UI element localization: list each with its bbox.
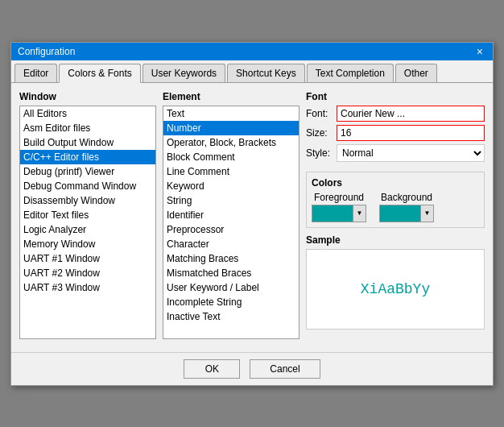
foreground-arrow-icon: ▼ [353,205,366,222]
window-column: Window All EditorsAsm Editor filesBuild … [19,91,156,339]
element-list-item[interactable]: Text [163,106,299,121]
element-list-item[interactable]: Keyword [163,179,299,193]
tab-user-keywords[interactable]: User Keywords [143,64,225,82]
element-column: Element TextNumberOperator, Block, Brack… [163,91,300,339]
sample-label: Sample [306,234,485,246]
element-list-item[interactable]: Mismatched Braces [163,266,299,280]
element-list-item[interactable]: String [163,193,299,208]
tab-shortcut-keys[interactable]: Shortcut Keys [227,64,305,82]
window-list-item[interactable]: Debug (printf) Viewer [20,164,155,179]
foreground-label: Foreground [314,192,364,203]
colors-label: Colors [312,177,479,189]
tab-other[interactable]: Other [395,64,437,82]
font-style-row: Style: NormalBoldItalicBold Italic [306,144,485,162]
font-name-input[interactable] [337,106,485,122]
tab-text-completion[interactable]: Text Completion [307,64,394,82]
title-bar: Configuration × [11,43,493,60]
background-col: Background ▼ [379,192,434,222]
font-size-label: Size: [306,127,337,139]
window-list-item[interactable]: Disassembly Window [20,193,155,208]
sample-section-wrapper: Sample XiAaBbYy [306,234,485,330]
font-name-row: Font: [306,106,485,122]
element-list-item[interactable]: Preprocessor [163,222,299,237]
element-label: Element [163,91,300,102]
main-content: Window All EditorsAsm Editor filesBuild … [11,83,493,347]
sample-text: XiAaBbYy [361,281,430,297]
element-list-item[interactable]: Inactive Text [163,309,299,324]
font-column: Font Font: Size: Style: NormalBoldItalic… [306,91,485,339]
font-size-row: Size: [306,125,485,141]
element-list-item[interactable]: Line Comment [163,164,299,179]
window-list-item[interactable]: Editor Text files [20,208,155,222]
font-section-label: Font [306,91,485,102]
window-label: Window [19,91,156,102]
foreground-color-button[interactable]: ▼ [312,205,366,222]
element-listbox[interactable]: TextNumberOperator, Block, BracketsBlock… [163,106,300,339]
window-list-item[interactable]: UART #3 Window [20,280,155,295]
window-list-item[interactable]: Debug Command Window [20,179,155,193]
font-size-input[interactable] [337,125,485,141]
bottom-bar: OK Cancel [11,352,493,385]
ok-button[interactable]: OK [184,359,240,379]
foreground-col: Foreground ▼ [312,192,366,222]
element-list-item[interactable]: Incomplete String [163,295,299,309]
window-list-item[interactable]: UART #2 Window [20,266,155,280]
background-label: Background [381,192,432,203]
element-list-item[interactable]: Matching Braces [163,251,299,266]
font-style-label: Style: [306,147,337,159]
background-color-button[interactable]: ▼ [379,205,434,222]
window-list-item[interactable]: All Editors [20,106,155,121]
background-swatch [380,205,420,222]
element-list-item[interactable]: User Keyword / Label [163,280,299,295]
tab-colors-fonts[interactable]: Colors & Fonts [59,64,140,83]
window-list-item[interactable]: Memory Window [20,237,155,251]
window-list-item[interactable]: C/C++ Editor files [20,150,155,164]
window-list-item[interactable]: Build Output Window [20,135,155,150]
colors-section: Colors Foreground ▼ Background [306,172,485,228]
window-listbox[interactable]: All EditorsAsm Editor filesBuild Output … [19,106,156,339]
color-row: Foreground ▼ Background ▼ [312,192,479,222]
window-list-item[interactable]: Logic Analyzer [20,222,155,237]
element-list-item[interactable]: Character [163,237,299,251]
font-style-select[interactable]: NormalBoldItalicBold Italic [337,144,485,162]
element-list-item[interactable]: Number [163,121,299,135]
element-list-item[interactable]: Block Comment [163,150,299,164]
dialog-title: Configuration [18,46,75,57]
window-list-item[interactable]: UART #1 Window [20,251,155,266]
tab-bar: EditorColors & FontsUser KeywordsShortcu… [11,60,493,83]
cancel-button[interactable]: Cancel [250,359,320,379]
element-list-item[interactable]: Operator, Block, Brackets [163,135,299,150]
tab-editor[interactable]: Editor [14,64,57,82]
font-section: Font Font: Size: Style: NormalBoldItalic… [306,91,485,165]
background-arrow-icon: ▼ [420,205,433,222]
sample-box: XiAaBbYy [306,249,485,330]
font-name-label: Font: [306,108,337,119]
close-button[interactable]: × [473,46,486,57]
window-list-item[interactable]: Asm Editor files [20,121,155,135]
foreground-swatch [312,205,353,222]
configuration-dialog: Configuration × EditorColors & FontsUser… [10,42,494,386]
element-list-item[interactable]: Identifier [163,208,299,222]
